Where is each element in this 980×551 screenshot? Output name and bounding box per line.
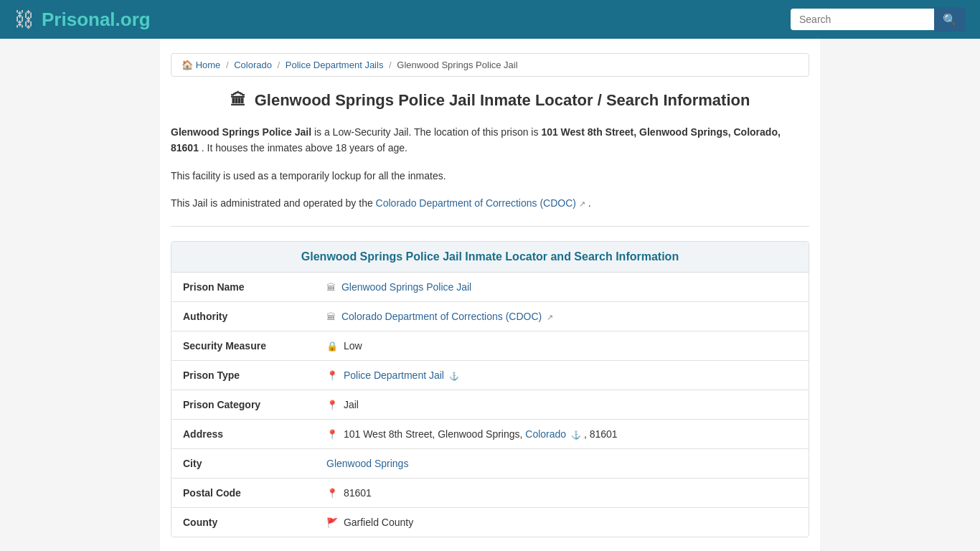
- prison-category-value: Jail: [344, 399, 359, 410]
- prison-name-icon: 🏛: [326, 282, 336, 293]
- prison-name-bold: Glenwood Springs Police Jail: [171, 126, 311, 138]
- county-value: Garfield County: [344, 517, 413, 528]
- authority-link[interactable]: Colorado Department of Corrections (CDOC…: [341, 311, 542, 322]
- logo-area: ⛓ Prisonal.org: [14, 8, 151, 32]
- description-1: Glenwood Springs Police Jail is a Low-Se…: [171, 124, 809, 156]
- breadcrumb-current: Glenwood Springs Police Jail: [397, 60, 517, 70]
- desc-3-end: .: [588, 197, 591, 209]
- label-city: City: [171, 448, 315, 478]
- site-header: ⛓ Prisonal.org 🔍: [0, 0, 980, 39]
- cdoc-link[interactable]: Colorado Department of Corrections (CDOC…: [376, 197, 576, 209]
- table-row: Prison Type 📍 Police Department Jail ⚓: [171, 360, 809, 390]
- search-area: 🔍: [791, 7, 966, 32]
- main-content: 🏠 Home / Colorado / Police Department Ja…: [160, 39, 820, 551]
- table-row: Security Measure 🔒 Low: [171, 331, 809, 360]
- label-prison-name: Prison Name: [171, 273, 315, 302]
- info-box: Glenwood Springs Police Jail Inmate Loca…: [171, 241, 809, 537]
- address-colorado-link[interactable]: Colorado: [525, 428, 566, 440]
- search-input[interactable]: [791, 9, 934, 30]
- desc-3-start: This Jail is administrated and operated …: [171, 197, 376, 209]
- logo-ext: .org: [116, 9, 151, 30]
- address-icon: 📍: [326, 429, 338, 440]
- county-icon: 🚩: [326, 517, 338, 528]
- table-row: Address 📍 101 West 8th Street, Glenwood …: [171, 419, 809, 448]
- label-county: County: [171, 507, 315, 537]
- address-text: 101 West 8th Street, Glenwood Springs,: [344, 428, 525, 440]
- logo-icon: ⛓: [14, 8, 34, 32]
- breadcrumb-home[interactable]: Home: [196, 60, 221, 70]
- description-2: This facility is used as a temporarily l…: [171, 168, 809, 184]
- prison-type-icon: 📍: [326, 370, 338, 381]
- home-icon: 🏠: [182, 60, 193, 70]
- label-prison-type: Prison Type: [171, 360, 315, 390]
- prison-type-anchor-icon: ⚓: [449, 372, 459, 380]
- address-zip: , 81601: [584, 428, 618, 440]
- info-box-header: Glenwood Springs Police Jail Inmate Loca…: [171, 242, 809, 273]
- description-3: This Jail is administrated and operated …: [171, 195, 809, 211]
- label-prison-category: Prison Category: [171, 390, 315, 419]
- table-row: Postal Code 📍 81601: [171, 478, 809, 507]
- label-postal-code: Postal Code: [171, 478, 315, 507]
- page-title: 🏛 Glenwood Springs Police Jail Inmate Lo…: [171, 91, 809, 110]
- postal-value: 81601: [344, 487, 372, 499]
- label-address: Address: [171, 419, 315, 448]
- prison-icon: 🏛: [230, 91, 246, 109]
- prison-name-link[interactable]: Glenwood Springs Police Jail: [341, 281, 471, 293]
- security-value: Low: [344, 340, 362, 352]
- prison-type-link[interactable]: Police Department Jail: [344, 369, 444, 381]
- breadcrumb-police-dept-jails[interactable]: Police Department Jails: [286, 60, 384, 70]
- label-security: Security Measure: [171, 331, 315, 360]
- search-button[interactable]: 🔍: [934, 7, 966, 32]
- postal-icon: 📍: [326, 488, 338, 499]
- divider: [171, 226, 809, 227]
- table-row: City Glenwood Springs: [171, 448, 809, 478]
- desc-1-end: . It houses the inmates above 18 years o…: [202, 142, 407, 154]
- desc-1-rest: is a Low-Security Jail. The location of …: [314, 126, 541, 138]
- address-anchor-icon: ⚓: [571, 430, 581, 439]
- table-row: Prison Category 📍 Jail: [171, 390, 809, 419]
- city-link[interactable]: Glenwood Springs: [326, 458, 408, 469]
- authority-icon: 🏛: [326, 311, 336, 322]
- authority-external-icon: ↗: [547, 313, 553, 321]
- breadcrumb-colorado[interactable]: Colorado: [234, 60, 272, 70]
- table-row: County 🚩 Garfield County: [171, 507, 809, 537]
- prison-category-icon: 📍: [326, 400, 338, 410]
- info-table: Prison Name 🏛 Glenwood Springs Police Ja…: [171, 273, 809, 537]
- logo-main: Prisonal: [42, 9, 116, 30]
- security-icon: 🔒: [326, 341, 338, 352]
- site-logo: Prisonal.org: [42, 9, 151, 31]
- breadcrumb: 🏠 Home / Colorado / Police Department Ja…: [171, 53, 809, 77]
- table-row: Prison Name 🏛 Glenwood Springs Police Ja…: [171, 273, 809, 302]
- external-link-icon: ↗: [579, 199, 585, 208]
- table-row: Authority 🏛 Colorado Department of Corre…: [171, 301, 809, 331]
- label-authority: Authority: [171, 301, 315, 331]
